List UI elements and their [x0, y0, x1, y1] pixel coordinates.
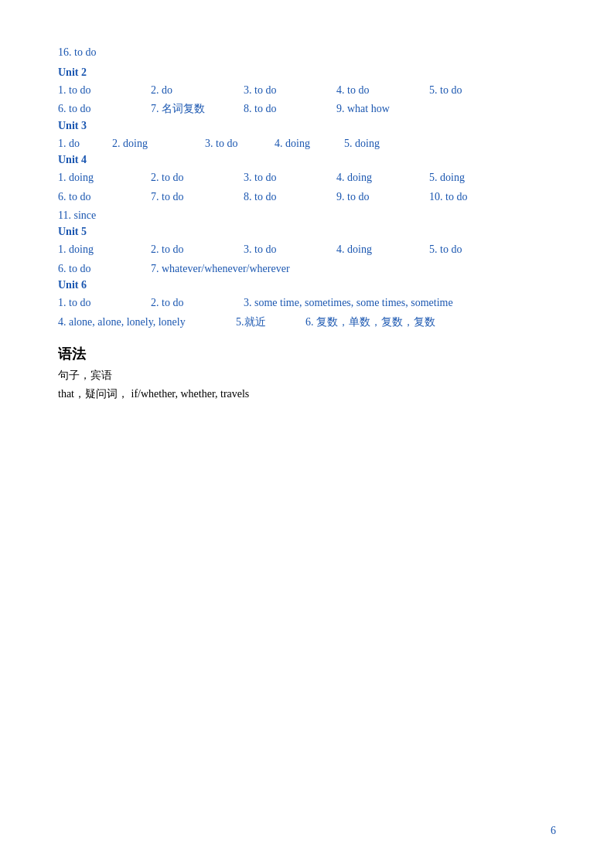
unit4-row1: 1. doing 2. to do 3. to do 4. doing 5. d… — [58, 169, 556, 186]
unit6-r2c1: 4. alone, alone, lonely, lonely — [58, 314, 236, 331]
unit2-block: Unit 2 1. to do 2. do 3. to do 4. to do … — [58, 66, 556, 118]
grammar-section: 语法 句子，宾语 that，疑问词， if/whether, whether, … — [58, 345, 556, 403]
unit5-r2c2: 7. whatever/whenever/wherever — [151, 260, 290, 277]
item-16: 16. to do — [58, 46, 556, 59]
unit3-r1c5: 5. doing — [344, 135, 380, 152]
unit2-r1c3: 3. to do — [244, 82, 336, 99]
unit4-row2: 6. to do 7. to do 8. to do 9. to do 10. … — [58, 189, 556, 206]
unit6-row1: 1. to do 2. to do 3. some time, sometime… — [58, 294, 556, 311]
unit2-r2c4: 9. what how — [336, 100, 390, 117]
unit4-r2c1: 6. to do — [58, 189, 151, 206]
unit5-row2: 6. to do 7. whatever/whenever/wherever — [58, 260, 556, 277]
unit3-r1c2: 2. doing — [112, 135, 205, 152]
unit2-r2c1: 6. to do — [58, 100, 151, 117]
unit5-heading: Unit 5 — [58, 226, 556, 238]
unit6-r2c3: 6. 复数，单数，复数，复数 — [305, 314, 435, 331]
unit4-r2c4: 9. to do — [336, 189, 429, 206]
unit3-r1c4: 4. doing — [275, 135, 344, 152]
unit6-r1c2: 2. to do — [151, 294, 244, 311]
unit4-r1c2: 2. to do — [151, 169, 244, 186]
unit2-r1c5: 5. to do — [429, 82, 462, 99]
unit4-r2c5: 10. to do — [429, 189, 467, 206]
unit2-r2c2: 7. 名词复数 — [151, 100, 244, 117]
unit2-r2c3: 8. to do — [244, 100, 336, 117]
unit2-row2: 6. to do 7. 名词复数 8. to do 9. what how — [58, 100, 556, 117]
unit3-block: Unit 3 1. do 2. doing 3. to do 4. doing … — [58, 120, 556, 152]
unit4-r3c1: 11. since — [58, 207, 96, 224]
grammar-title: 语法 — [58, 345, 556, 363]
unit2-r1c4: 4. to do — [336, 82, 429, 99]
unit2-r1c1: 1. to do — [58, 82, 151, 99]
unit5-r1c4: 4. doing — [336, 241, 429, 258]
unit6-r2c2: 5.就近 — [236, 314, 305, 331]
unit4-heading: Unit 4 — [58, 154, 556, 166]
unit3-heading: Unit 3 — [58, 120, 556, 132]
unit3-row1: 1. do 2. doing 3. to do 4. doing 5. doin… — [58, 135, 556, 152]
unit4-row3: 11. since — [58, 207, 556, 224]
page-number: 6 — [551, 825, 556, 837]
unit4-r1c5: 5. doing — [429, 169, 465, 186]
unit6-block: Unit 6 1. to do 2. to do 3. some time, s… — [58, 279, 556, 331]
grammar-line1: 句子，宾语 — [58, 366, 556, 385]
unit5-r1c2: 2. to do — [151, 241, 244, 258]
unit4-r1c1: 1. doing — [58, 169, 151, 186]
unit5-r1c1: 1. doing — [58, 241, 151, 258]
unit6-r1c1: 1. to do — [58, 294, 151, 311]
unit5-block: Unit 5 1. doing 2. to do 3. to do 4. doi… — [58, 226, 556, 277]
unit4-r1c3: 3. to do — [244, 169, 336, 186]
unit5-r1c5: 5. to do — [429, 241, 462, 258]
unit5-row1: 1. doing 2. to do 3. to do 4. doing 5. t… — [58, 241, 556, 258]
unit6-row2: 4. alone, alone, lonely, lonely 5.就近 6. … — [58, 314, 556, 331]
unit6-heading: Unit 6 — [58, 279, 556, 291]
unit4-r2c3: 8. to do — [244, 189, 336, 206]
unit2-r1c2: 2. do — [151, 82, 244, 99]
unit4-r1c4: 4. doing — [336, 169, 429, 186]
unit6-r1c3: 3. some time, sometimes, some times, som… — [244, 294, 453, 311]
unit2-row1: 1. to do 2. do 3. to do 4. to do 5. to d… — [58, 82, 556, 99]
unit5-r1c3: 3. to do — [244, 241, 336, 258]
unit4-block: Unit 4 1. doing 2. to do 3. to do 4. doi… — [58, 154, 556, 224]
unit3-r1c1: 1. do — [58, 135, 112, 152]
item-16-text: 16. to do — [58, 46, 96, 58]
unit2-heading: Unit 2 — [58, 66, 556, 79]
page: 16. to do Unit 2 1. to do 2. do 3. to do… — [0, 0, 614, 868]
unit4-r2c2: 7. to do — [151, 189, 244, 206]
unit5-r2c1: 6. to do — [58, 260, 151, 277]
unit3-r1c3: 3. to do — [205, 135, 275, 152]
grammar-line2: that，疑问词， if/whether, whether, travels — [58, 385, 556, 403]
